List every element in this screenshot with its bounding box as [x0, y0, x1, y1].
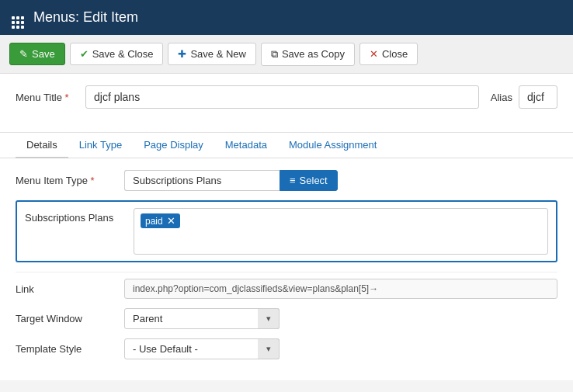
select-button[interactable]: ≡ Select	[280, 170, 338, 191]
link-row: Link index.php?option=com_djclassifieds&…	[16, 272, 557, 299]
subscriptions-plans-label: Subscriptions Plans	[25, 208, 134, 224]
tab-metadata[interactable]: Metadata	[214, 133, 278, 158]
template-style-row: Template Style - Use Default - ▾	[16, 338, 557, 359]
save-copy-button[interactable]: ⧉ Save as Copy	[261, 43, 355, 66]
check-icon: ✔	[80, 48, 89, 60]
menu-item-type-row: Menu Item Type ≡ Select	[16, 170, 557, 191]
paid-tag: paid ✕	[141, 213, 180, 228]
close-button[interactable]: ✕ Close	[359, 43, 418, 65]
save-close-button[interactable]: ✔ Save & Close	[70, 43, 164, 65]
template-style-label: Template Style	[16, 343, 124, 355]
target-window-select-wrapper: Parent ▾	[124, 308, 280, 329]
menu-title-row: Menu Title Alias	[16, 85, 557, 109]
target-window-row: Target Window Parent ▾	[16, 308, 557, 329]
template-style-select[interactable]: - Use Default -	[124, 338, 280, 359]
form-body: Menu Item Type ≡ Select Subscriptions Pl…	[0, 158, 573, 380]
target-window-label: Target Window	[16, 313, 124, 324]
toolbar: ✎ Save ✔ Save & Close ✚ Save & New ⧉ Sav…	[0, 35, 573, 74]
app-header: Menus: Edit Item	[0, 0, 573, 35]
menu-title-input[interactable]	[85, 85, 479, 109]
alias-label: Alias	[491, 92, 512, 103]
menu-item-type-input[interactable]	[124, 170, 280, 191]
tag-remove-icon[interactable]: ✕	[167, 215, 175, 227]
menu-item-type-input-group: ≡ Select	[124, 170, 338, 191]
subscriptions-plans-row: Subscriptions Plans paid ✕	[17, 202, 556, 261]
menu-title-section: Menu Title Alias	[0, 74, 573, 133]
subscriptions-plans-box: Subscriptions Plans paid ✕	[16, 200, 557, 262]
tab-module-assignment[interactable]: Module Assignment	[278, 133, 387, 158]
copy-icon: ⧉	[271, 48, 278, 61]
list-icon: ≡	[290, 175, 296, 186]
target-window-select[interactable]: Parent	[124, 308, 280, 329]
plus-icon: ✚	[178, 48, 186, 60]
menu-item-type-label: Menu Item Type	[16, 175, 124, 186]
save-button[interactable]: ✎ Save	[9, 43, 65, 65]
link-value: index.php?option=com_djclassifieds&view=…	[124, 279, 557, 299]
grid-icon	[12, 7, 24, 29]
subscriptions-plans-content[interactable]: paid ✕	[134, 208, 548, 255]
tab-details[interactable]: Details	[16, 133, 68, 158]
link-label: Link	[16, 283, 124, 295]
menu-title-label: Menu Title	[16, 92, 85, 103]
save-icon: ✎	[19, 48, 28, 60]
close-icon: ✕	[370, 48, 378, 60]
save-new-button[interactable]: ✚ Save & New	[168, 43, 256, 65]
tab-page-display[interactable]: Page Display	[133, 133, 214, 158]
tab-link-type[interactable]: Link Type	[68, 133, 133, 158]
alias-input[interactable]	[519, 85, 557, 109]
tab-bar: Details Link Type Page Display Metadata …	[0, 133, 573, 158]
template-style-select-wrapper: - Use Default - ▾	[124, 338, 280, 359]
page-title: Menus: Edit Item	[33, 9, 138, 26]
tag-label: paid	[145, 216, 163, 227]
